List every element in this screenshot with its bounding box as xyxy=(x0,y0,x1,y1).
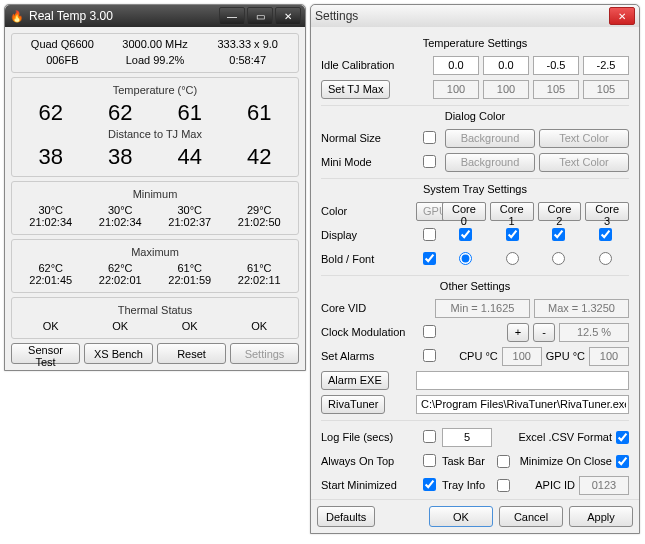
idle-cal-1[interactable] xyxy=(483,56,529,75)
rivatuner-path[interactable] xyxy=(416,395,629,414)
core3-color-button[interactable]: Core 3 xyxy=(585,202,629,221)
taskbar-check[interactable] xyxy=(497,455,510,468)
mini-bg-button[interactable]: Background xyxy=(445,153,535,172)
max-ts0: 22:01:45 xyxy=(16,274,86,286)
startmin-label: Start Minimized xyxy=(321,479,416,491)
idle-cal-2[interactable] xyxy=(533,56,579,75)
max-ts3: 22:02:11 xyxy=(225,274,295,286)
tray-color-label: Color xyxy=(321,205,416,217)
aot-check[interactable] xyxy=(423,454,436,467)
startmin-check[interactable] xyxy=(423,478,436,491)
core-vid-label: Core VID xyxy=(321,302,416,314)
maximum-box: Maximum 62°C 62°C 61°C 61°C 22:01:45 22:… xyxy=(11,239,299,293)
min-t1: 30°C xyxy=(86,204,156,216)
bold-core3-radio[interactable] xyxy=(599,252,612,265)
set-alarms-check[interactable] xyxy=(423,349,436,362)
display-core2-check[interactable] xyxy=(552,228,565,241)
other-settings-heading: Other Settings xyxy=(321,280,629,292)
min-ts2: 21:02:37 xyxy=(155,216,225,228)
cpu-ratio: 333.33 x 9.0 xyxy=(201,38,294,50)
bold-core1-radio[interactable] xyxy=(506,252,519,265)
bold-core0-radio[interactable] xyxy=(459,252,472,265)
min-t2: 30°C xyxy=(155,204,225,216)
alarm-exe-path[interactable] xyxy=(416,371,629,390)
dialog-color-heading: Dialog Color xyxy=(321,110,629,122)
dist-core1: 38 xyxy=(86,144,156,170)
trayinfo-check[interactable] xyxy=(497,479,510,492)
max-t1: 62°C xyxy=(86,262,156,274)
tj-1 xyxy=(483,80,529,99)
therm2: OK xyxy=(155,320,225,332)
max-t2: 61°C xyxy=(155,262,225,274)
moc-check[interactable] xyxy=(616,455,629,468)
mini-mode-check[interactable] xyxy=(423,155,436,168)
xs-bench-button[interactable]: XS Bench xyxy=(84,343,153,364)
dist-core0: 38 xyxy=(16,144,86,170)
logfile-check[interactable] xyxy=(423,430,436,443)
window-title: Real Temp 3.00 xyxy=(29,9,217,23)
cpu-mhz: 3000.00 MHz xyxy=(109,38,202,50)
display-core0-check[interactable] xyxy=(459,228,472,241)
idle-cal-3[interactable] xyxy=(583,56,629,75)
close-button[interactable]: ✕ xyxy=(275,7,301,25)
logfile-secs[interactable] xyxy=(442,428,492,447)
min-ts1: 21:02:34 xyxy=(86,216,156,228)
alarm-exe-button[interactable]: Alarm EXE xyxy=(321,371,389,390)
normal-bg-button[interactable]: Background xyxy=(445,129,535,148)
therm-heading: Thermal Status xyxy=(16,304,294,316)
uptime: 0:58:47 xyxy=(201,54,294,66)
maximize-button[interactable]: ▭ xyxy=(247,7,273,25)
normal-size-label: Normal Size xyxy=(321,132,416,144)
min-t0: 30°C xyxy=(16,204,86,216)
clock-mod-minus[interactable]: - xyxy=(533,323,555,342)
normal-size-check[interactable] xyxy=(423,131,436,144)
realtemp-window: 🔥 Real Temp 3.00 — ▭ ✕ Quad Q6600 3000.0… xyxy=(4,4,306,371)
sensor-test-button[interactable]: Sensor Test xyxy=(11,343,80,364)
min-t3: 29°C xyxy=(225,204,295,216)
therm0: OK xyxy=(16,320,86,332)
alarm-gpu[interactable] xyxy=(589,347,629,366)
max-t3: 61°C xyxy=(225,262,295,274)
core2-color-button[interactable]: Core 2 xyxy=(538,202,582,221)
min-heading: Minimum xyxy=(16,188,294,200)
display-gpu-check[interactable] xyxy=(423,228,436,241)
max-ts2: 22:01:59 xyxy=(155,274,225,286)
cancel-button[interactable]: Cancel xyxy=(499,506,563,527)
reset-button[interactable]: Reset xyxy=(157,343,226,364)
ok-button[interactable]: OK xyxy=(429,506,493,527)
temperature-box: Temperature (°C) 62 62 61 61 Distance to… xyxy=(11,77,299,177)
settings-close-button[interactable]: ✕ xyxy=(609,7,635,25)
apic-id xyxy=(579,476,629,495)
clock-mod-plus[interactable]: + xyxy=(507,323,529,342)
excel-check[interactable] xyxy=(616,431,629,444)
set-tj-max-button[interactable]: Set TJ Max xyxy=(321,80,390,99)
apic-label: APIC ID xyxy=(535,479,575,491)
bold-font-label: Bold / Font xyxy=(321,253,416,265)
alarm-cpu[interactable] xyxy=(502,347,542,366)
core0-color-button[interactable]: Core 0 xyxy=(442,202,486,221)
core1-color-button[interactable]: Core 1 xyxy=(490,202,534,221)
trayinfo-label: Tray Info xyxy=(442,479,497,491)
display-core3-check[interactable] xyxy=(599,228,612,241)
cpu-c-label: CPU °C xyxy=(459,350,498,362)
apply-button[interactable]: Apply xyxy=(569,506,633,527)
mini-text-button[interactable]: Text Color xyxy=(539,153,629,172)
taskbar-label: Task Bar xyxy=(442,455,497,467)
max-ts1: 22:02:01 xyxy=(86,274,156,286)
bold-core2-radio[interactable] xyxy=(552,252,565,265)
titlebar-main: 🔥 Real Temp 3.00 — ▭ ✕ xyxy=(5,5,305,27)
settings-button[interactable]: Settings xyxy=(230,343,299,364)
cpu-load: Load 99.2% xyxy=(109,54,202,66)
rivatuner-button[interactable]: RivaTuner xyxy=(321,395,385,414)
clock-mod-check[interactable] xyxy=(423,325,436,338)
normal-text-button[interactable]: Text Color xyxy=(539,129,629,148)
bold-gpu-check[interactable] xyxy=(423,252,436,265)
minimize-button[interactable]: — xyxy=(219,7,245,25)
moc-label: Minimize On Close xyxy=(520,455,612,467)
cpu-rev: 006FB xyxy=(16,54,109,66)
defaults-button[interactable]: Defaults xyxy=(317,506,375,527)
max-t0: 62°C xyxy=(16,262,86,274)
idle-cal-0[interactable] xyxy=(433,56,479,75)
display-core1-check[interactable] xyxy=(506,228,519,241)
tray-settings-heading: System Tray Settings xyxy=(321,183,629,195)
